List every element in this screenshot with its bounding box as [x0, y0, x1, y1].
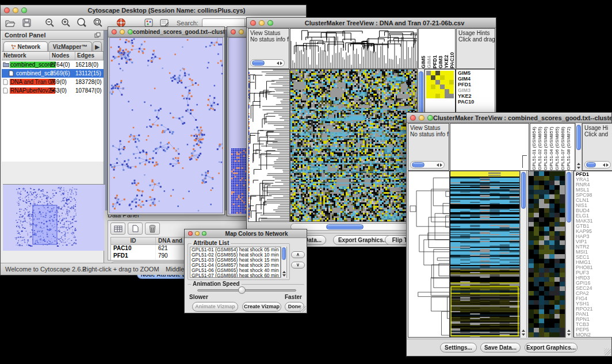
save-button[interactable] — [20, 17, 33, 29]
view-status-scrollbar[interactable] — [250, 59, 285, 67]
heatmap-canvas[interactable] — [450, 171, 519, 337]
network-window-1-titlebar[interactable]: combined_scores_good.txt--cluste... — [108, 27, 224, 37]
view-status-scrollbar[interactable] — [410, 161, 445, 168]
close-button[interactable] — [250, 20, 256, 26]
zoom-out-icon[interactable] — [43, 17, 56, 29]
scroll-down-icon[interactable] — [567, 334, 571, 336]
float-panel-icon[interactable] — [94, 32, 101, 38]
new-attribute-button[interactable] — [128, 223, 143, 235]
export-graphics-button[interactable]: Export Graphics... — [525, 343, 577, 352]
column-label[interactable]: GPL51-07 (GSM868) — [560, 124, 566, 170]
column-label[interactable]: GIM5 — [420, 29, 426, 68]
column-label[interactable]: GPL51-06 (GSM865) — [554, 124, 560, 170]
attribute-list-scrollbar[interactable] — [281, 247, 287, 278]
col-edges[interactable]: Edges — [75, 52, 104, 60]
col-nodes[interactable]: Nodes — [50, 52, 75, 60]
column-label[interactable]: GIM3 — [438, 29, 443, 68]
scroll-up-icon[interactable] — [577, 163, 580, 165]
gene-label[interactable]: GIM4 — [458, 76, 495, 82]
zoom-button[interactable] — [21, 7, 27, 13]
hscrollbar-thumb[interactable] — [326, 224, 364, 229]
heatmap-canvas[interactable] — [290, 70, 417, 221]
tv1-heatmap[interactable] — [290, 69, 418, 222]
column-label[interactable]: PFD1 — [432, 29, 438, 68]
close-button[interactable] — [231, 29, 236, 35]
col-network[interactable]: Network — [2, 52, 50, 60]
gene-label[interactable]: YKE2 — [458, 93, 495, 99]
tv1-column-labels[interactable]: GIM5GIM4PFD1GIM3YKE2PAC10 — [418, 28, 456, 69]
create-vizmap-button[interactable]: Create Vizmap — [242, 302, 281, 312]
scrollbar-thumb[interactable] — [586, 162, 596, 167]
column-label[interactable]: GPL51-08 (GSM872) — [566, 124, 572, 170]
column-label[interactable]: PAC10 — [449, 29, 455, 68]
vscrollbar-thumb[interactable] — [576, 125, 581, 150]
gene-label[interactable]: GIM5 — [458, 70, 495, 76]
scrollbar-thumb[interactable] — [252, 60, 265, 66]
tv2-column-header-area[interactable] — [450, 123, 529, 171]
network-row[interactable]: RNAPuberNov2+ 563(0) 107847(0) — [2, 86, 104, 95]
export-graphics-button[interactable]: Export Graphics... — [333, 235, 393, 245]
animation-speed-slider[interactable] — [197, 289, 296, 292]
minimize-button[interactable] — [195, 231, 200, 236]
minimize-button[interactable] — [13, 7, 18, 13]
network-row[interactable]: combined_scores 2764(0) 16218(0) — [2, 60, 104, 69]
col-id[interactable]: ID — [111, 237, 156, 244]
tv1-heatmap-hscrollbar[interactable] — [290, 223, 417, 231]
zoom-button[interactable] — [128, 29, 133, 35]
zoom-button[interactable] — [267, 20, 273, 26]
similarity-matrix-canvas[interactable] — [426, 71, 454, 98]
tv1-row-dendrogram[interactable] — [248, 69, 290, 222]
zoom-button[interactable] — [202, 231, 206, 236]
tv2-row-dendrogram[interactable] — [408, 171, 450, 338]
delete-attribute-button[interactable] — [145, 223, 160, 235]
scroll-up-icon[interactable] — [567, 329, 571, 332]
network-overview-canvas[interactable] — [3, 185, 104, 250]
treeview1-titlebar[interactable]: ClusterMaker TreeView : DNA and Tran 07-… — [247, 18, 496, 28]
gene-label[interactable]: GIM3 — [458, 87, 495, 93]
column-label[interactable]: GPL51-03 (GSM856) — [543, 124, 549, 170]
tv2-heatmap-vscrollbar[interactable] — [520, 171, 527, 338]
column-label[interactable]: GPL51-04 (GSM857) — [549, 124, 554, 170]
slider-thumb[interactable] — [238, 286, 246, 294]
resize-grip[interactable] — [299, 305, 306, 312]
scrollbar-thumb[interactable] — [412, 162, 424, 167]
scroll-down-icon[interactable] — [282, 274, 286, 277]
tab-vizmapper[interactable]: VizMapper™ — [48, 41, 93, 51]
select-attributes-button[interactable] — [110, 223, 125, 235]
zoom-selected-icon[interactable] — [75, 17, 88, 29]
scroll-down-icon[interactable] — [577, 167, 580, 169]
dialog-titlebar[interactable]: Map Colors to Network — [185, 229, 307, 238]
treeview2-titlebar[interactable]: ClusterMaker TreeView : combined_scores_… — [407, 113, 611, 123]
main-titlebar[interactable]: Cytoscape Desktop (Session Name: collins… — [1, 5, 306, 16]
scroll-left-icon[interactable] — [603, 163, 605, 167]
column-dendrogram-canvas[interactable] — [290, 29, 417, 68]
tab-overflow-button[interactable]: ▶ — [93, 41, 102, 51]
move-down-button[interactable]: ∨ — [291, 262, 305, 269]
gene-label[interactable]: PAC10 — [458, 99, 495, 105]
network-overview-panel[interactable] — [3, 184, 105, 251]
vscrollbar-thumb[interactable] — [521, 172, 526, 209]
save-data-button[interactable]: Save Data... — [480, 343, 521, 352]
column-label[interactable]: YKE2 — [443, 29, 449, 68]
row-dendrogram-canvas[interactable] — [408, 171, 449, 337]
gene-label[interactable]: MON2 — [576, 332, 612, 338]
column-label[interactable]: GIM4 — [426, 29, 432, 68]
minimize-button[interactable] — [239, 29, 244, 35]
scroll-up-icon[interactable] — [282, 271, 286, 273]
row-dendrogram-canvas[interactable] — [248, 70, 289, 221]
vscrollbar-thumb[interactable] — [282, 247, 286, 260]
tv2-heatmap[interactable] — [450, 171, 520, 338]
scroll-right-icon[interactable] — [440, 163, 442, 167]
tv2-zoom-view[interactable] — [528, 171, 565, 338]
network-window-1[interactable]: combined_scores_good.txt--cluste... — [108, 26, 225, 215]
scroll-left-icon[interactable] — [437, 163, 439, 167]
tv1-column-dendrogram[interactable] — [290, 28, 418, 69]
zoom-button[interactable] — [427, 115, 433, 121]
network-row[interactable]: DNA and Tran 07 769(0) 183728(0) — [2, 78, 104, 86]
resize-grip[interactable] — [604, 348, 611, 355]
tv2-zoom-vscrollbar[interactable] — [565, 171, 572, 338]
tv2-labels-vscrollbar[interactable] — [575, 123, 582, 171]
usage-hints-scrollbar[interactable] — [584, 161, 611, 168]
zoom-in-icon[interactable] — [59, 17, 72, 29]
zoom-heatmap-canvas[interactable] — [529, 171, 565, 337]
